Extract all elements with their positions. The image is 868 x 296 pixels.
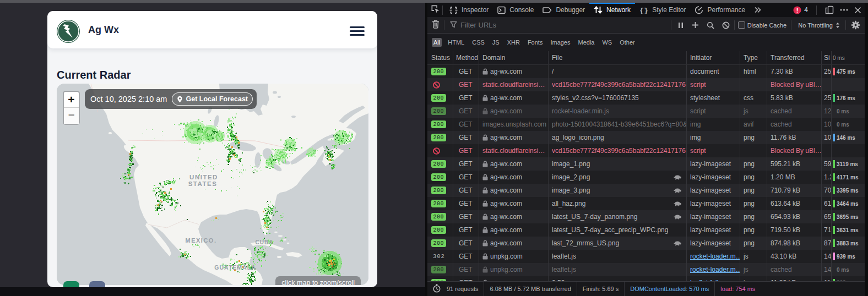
svg-text:GUATEMALA: GUATEMALA [214,264,256,271]
svg-text:{}: {} [639,7,648,14]
svg-text:UNITED: UNITED [189,174,218,180]
svg-text:STATES: STATES [188,180,218,187]
svg-text:MEXICO.: MEXICO. [186,237,217,244]
svg-text:CUBA: CUBA [256,239,274,245]
